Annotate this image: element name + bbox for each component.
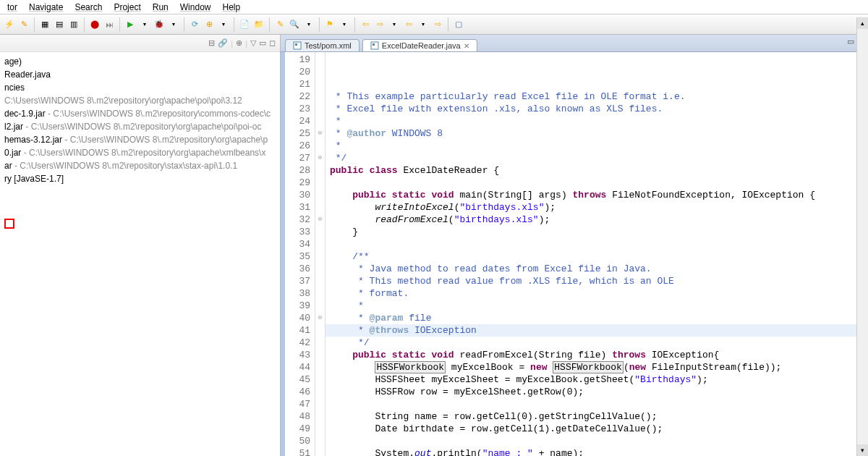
menu-help[interactable]: Help bbox=[216, 1, 246, 14]
toolbar-btn[interactable]: ⏭ bbox=[103, 18, 116, 31]
tree-node[interactable]: dec-1.9.jar - C:\Users\WINDOWS 8\.m2\rep… bbox=[4, 107, 276, 120]
editor-tab[interactable]: ExcelDateReader.java✕ bbox=[362, 39, 477, 51]
menu-navigate[interactable]: Navigate bbox=[23, 1, 69, 14]
toolbar-btn[interactable]: 🔍 bbox=[288, 18, 301, 31]
toolbar-btn[interactable]: ⬤ bbox=[88, 18, 101, 31]
toolbar-btn[interactable]: ▢ bbox=[452, 18, 465, 31]
editor-tab[interactable]: Test/pom.xml bbox=[285, 39, 359, 51]
fold-gutter[interactable]: ⊖⊖⊖⊖ bbox=[315, 52, 326, 456]
toolbar-btn[interactable]: ✎ bbox=[273, 18, 286, 31]
toolbar-btn[interactable]: ⇦ bbox=[402, 18, 415, 31]
toolbar-dropdown-icon[interactable]: ▼ bbox=[417, 18, 430, 31]
toolbar-btn[interactable]: 📁 bbox=[252, 18, 265, 31]
toolbar-btn[interactable]: 📄 bbox=[238, 18, 251, 31]
tree-node[interactable]: age) bbox=[4, 55, 276, 68]
toolbar-dropdown-icon[interactable]: ▼ bbox=[388, 18, 401, 31]
toolbar-dropdown-icon[interactable]: ▼ bbox=[217, 18, 230, 31]
scroll-up-icon[interactable]: ▴ bbox=[857, 17, 868, 29]
forward-button[interactable]: ⇨ bbox=[373, 18, 386, 31]
file-icon bbox=[293, 41, 302, 50]
run-button[interactable]: ▶ bbox=[124, 18, 137, 31]
view-toolbar: ⊟ 🔗 | ⊕ | ▽ ▭ ◻ bbox=[0, 35, 280, 52]
toolbar-dropdown-icon[interactable]: ▼ bbox=[167, 18, 180, 31]
tree-node[interactable]: 0.jar - C:\Users\WINDOWS 8\.m2\repositor… bbox=[4, 146, 276, 159]
tree-node[interactable]: l2.jar - C:\Users\WINDOWS 8\.m2\reposito… bbox=[4, 120, 276, 133]
menu-bar: torNavigateSearchProjectRunWindowHelp bbox=[0, 0, 868, 14]
error-marker bbox=[4, 219, 14, 229]
menu-search[interactable]: Search bbox=[69, 1, 108, 14]
tree-node[interactable]: ar - C:\Users\WINDOWS 8\.m2\repository\s… bbox=[4, 159, 276, 172]
collapse-all-icon[interactable]: ⊟ bbox=[208, 38, 215, 48]
toolbar-btn[interactable]: ▤ bbox=[53, 18, 66, 31]
editor-tabs: Test/pom.xmlExcelDateReader.java✕ ▭ ◻ bbox=[281, 35, 868, 52]
tree-node[interactable]: Reader.java bbox=[4, 68, 276, 81]
toolbar-dropdown-icon[interactable]: ▼ bbox=[138, 18, 151, 31]
code-content[interactable]: * This example particularly read Excel f… bbox=[326, 52, 868, 456]
toolbar-btn[interactable]: ⊕ bbox=[203, 18, 216, 31]
toolbar-btn[interactable]: ⚡ bbox=[3, 18, 16, 31]
toolbar-btn[interactable]: ⟳ bbox=[188, 18, 201, 31]
package-explorer: ⊟ 🔗 | ⊕ | ▽ ▭ ◻ age)Reader.javanciesC:\U… bbox=[0, 35, 281, 456]
toolbar-btn[interactable]: ⚑ bbox=[323, 18, 336, 31]
minimize-icon[interactable]: ▭ bbox=[259, 38, 266, 48]
menu-project[interactable]: Project bbox=[108, 1, 146, 14]
back-button[interactable]: ⇦ bbox=[359, 18, 372, 31]
close-tab-icon[interactable]: ✕ bbox=[464, 42, 469, 50]
menu-tor[interactable]: tor bbox=[1, 1, 23, 14]
toolbar-btn[interactable]: ▥ bbox=[67, 18, 80, 31]
tab-label: Test/pom.xml bbox=[305, 41, 352, 50]
tab-label: ExcelDateReader.java bbox=[382, 41, 461, 50]
toolbar-btn[interactable]: ▦ bbox=[38, 18, 51, 31]
minimize-icon[interactable]: ▭ bbox=[847, 37, 854, 46]
tree-content[interactable]: age)Reader.javanciesC:\Users\WINDOWS 8\.… bbox=[0, 52, 280, 235]
file-icon bbox=[370, 41, 379, 50]
toolbar-btn[interactable]: ✎ bbox=[17, 18, 30, 31]
link-icon[interactable]: 🔗 bbox=[218, 38, 228, 48]
tree-node[interactable]: ncies bbox=[4, 81, 276, 94]
tree-node[interactable]: ry [JavaSE-1.7] bbox=[4, 172, 276, 185]
svg-rect-1 bbox=[295, 43, 297, 46]
menu-run[interactable]: Run bbox=[147, 1, 174, 14]
maximize-icon[interactable]: ◻ bbox=[269, 38, 276, 48]
svg-rect-3 bbox=[373, 43, 375, 46]
tree-node[interactable]: C:\Users\WINDOWS 8\.m2\repository\org\ap… bbox=[4, 94, 276, 107]
toolbar-dropdown-icon[interactable]: ▼ bbox=[302, 18, 315, 31]
focus-icon[interactable]: ⊕ bbox=[236, 38, 242, 48]
toolbar-btn[interactable]: ⇨ bbox=[431, 18, 444, 31]
toolbar: ⚡ ✎ ▦ ▤ ▥ ⬤ ⏭ ▶ ▼ 🐞 ▼ ⟳ ⊕ ▼ 📄 📁 ✎ 🔍 ▼ ⚑ … bbox=[0, 14, 868, 35]
debug-button[interactable]: 🐞 bbox=[153, 18, 166, 31]
tree-node[interactable]: hemas-3.12.jar - C:\Users\WINDOWS 8\.m2\… bbox=[4, 133, 276, 146]
view-menu-icon[interactable]: ▽ bbox=[250, 38, 256, 48]
line-numbers: 1920212223242526272829303132333435363738… bbox=[285, 52, 315, 456]
editor-area: Test/pom.xmlExcelDateReader.java✕ ▭ ◻ 19… bbox=[281, 35, 868, 456]
toolbar-dropdown-icon[interactable]: ▼ bbox=[338, 18, 351, 31]
code-editor[interactable]: 1920212223242526272829303132333435363738… bbox=[281, 52, 868, 456]
menu-window[interactable]: Window bbox=[174, 1, 217, 14]
